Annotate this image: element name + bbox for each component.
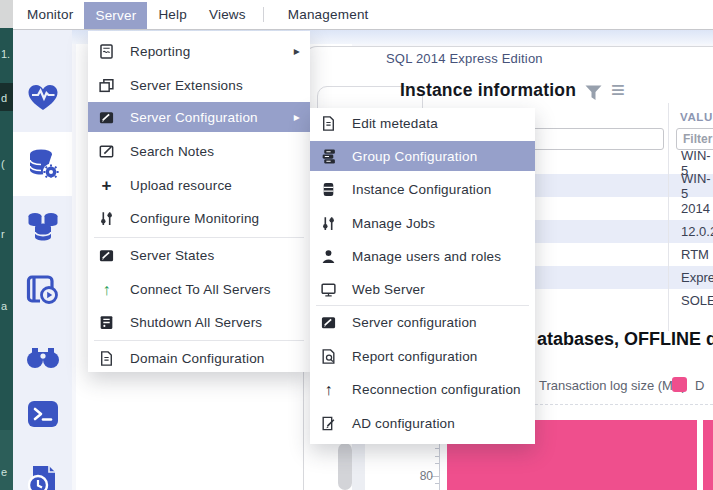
menu-item-ad-configuration[interactable]: AD configuration — [310, 408, 535, 438]
menubar-item-server[interactable]: Server — [84, 2, 147, 29]
doc-edit-icon — [320, 415, 337, 432]
document-clock-icon — [27, 464, 59, 490]
sidebar-item-search[interactable] — [13, 324, 72, 388]
menu-item-server-configuration-sub[interactable]: Server configuration — [310, 307, 535, 337]
menu-item-upload-resource[interactable]: + Upload resource — [88, 170, 310, 200]
database-gear-icon — [25, 146, 61, 182]
arrow-up-green-icon: ↑ — [98, 281, 115, 298]
db-stack-icon — [320, 148, 337, 165]
background-window-fragment — [0, 0, 13, 28]
tune-icon — [98, 210, 115, 227]
sidebar-item-database-jobs[interactable] — [13, 257, 72, 321]
submenu-arrow-icon: ▸ — [294, 110, 300, 124]
menu-item-manage-users-roles[interactable]: Manage users and roles — [310, 241, 535, 271]
menu-separator — [94, 237, 304, 238]
name-filter-input[interactable] — [520, 128, 664, 150]
value-filter-input[interactable] — [676, 128, 713, 150]
submenu-arrow-icon: ▸ — [294, 44, 300, 58]
doc-search-icon — [320, 348, 337, 365]
menu-item-web-server[interactable]: Web Server — [310, 274, 535, 304]
menu-item-server-extensions[interactable]: Server Extensions — [88, 70, 310, 100]
menubar-item-help[interactable]: Help — [147, 7, 198, 22]
menu-item-server-states[interactable]: Server States — [88, 240, 310, 270]
databases-section-title: atabases, OFFLINE da — [537, 329, 713, 350]
heart-pulse-icon — [26, 81, 60, 113]
menubar-item-management[interactable]: Management — [277, 7, 380, 22]
edit-square-icon — [98, 109, 115, 126]
menu-item-reconnection-configuration[interactable]: ↑ Reconnection configuration — [310, 374, 535, 404]
table-header-value: VALUE — [680, 111, 713, 123]
menu-item-reporting[interactable]: Reporting ▸ — [88, 36, 310, 66]
y-axis-tick-label: 80 — [409, 469, 433, 483]
column-divider — [668, 103, 669, 331]
background-desktop-sliver: 1. d ( r a e — [0, 0, 13, 490]
chart-bar — [703, 420, 713, 490]
tree-scrollbar[interactable] — [338, 443, 352, 490]
menu-separator — [94, 340, 304, 341]
report-icon — [98, 43, 115, 60]
server-configuration-submenu: Edit metedata Group Configuration Instan… — [310, 108, 535, 444]
web-icon — [320, 281, 337, 298]
menu-item-manage-jobs[interactable]: Manage Jobs — [310, 208, 535, 238]
note-edit-icon — [98, 143, 115, 160]
menu-item-configure-monitoring[interactable]: Configure Monitoring — [88, 203, 310, 233]
sidebar-item-database-group[interactable] — [13, 195, 72, 259]
icon-sidebar — [13, 29, 72, 490]
server-icon — [98, 314, 115, 331]
database-multi-icon — [25, 210, 61, 244]
sidebar-item-server-configuration[interactable] — [13, 132, 72, 196]
windows-icon — [98, 77, 115, 94]
panel-gap — [352, 443, 365, 490]
menu-item-report-configuration[interactable]: Report configuration — [310, 341, 535, 371]
menu-separator — [316, 305, 529, 306]
legend-transaction-log: Transaction log size (MB) — [539, 378, 686, 393]
legend-second-item: D — [695, 378, 704, 393]
menubar-item-monitor[interactable]: Monitor — [16, 7, 84, 22]
menu-item-shutdown-all-servers[interactable]: Shutdown All Servers — [88, 307, 310, 337]
edit-square-icon — [320, 314, 337, 331]
server-menu: Reporting ▸ Server Extensions Server Con… — [88, 31, 310, 372]
menubar-item-views[interactable]: Views — [198, 7, 257, 22]
menu-item-edit-metedata[interactable]: Edit metedata — [310, 108, 535, 138]
menubar: Monitor Server Help Views Management — [13, 0, 713, 30]
sidebar-item-health[interactable] — [13, 65, 72, 129]
sidebar-item-history[interactable] — [13, 450, 72, 490]
menu-item-domain-configuration[interactable]: Domain Configuration — [88, 343, 310, 373]
background-window-fragment — [0, 430, 13, 490]
edit-square-icon — [98, 247, 115, 264]
arrow-up-icon: ↑ — [320, 381, 337, 398]
edition-label: SQL 2014 Express Edition — [386, 51, 543, 66]
menu-item-group-configuration[interactable]: Group Configuration — [310, 141, 535, 171]
sidebar-item-terminal[interactable] — [13, 382, 72, 446]
document-icon — [320, 115, 337, 132]
menu-item-instance-configuration[interactable]: Instance Configuration — [310, 174, 535, 204]
menu-burger-icon[interactable]: ≡ — [611, 80, 625, 100]
user-icon — [320, 248, 337, 265]
filter-funnel-icon[interactable] — [585, 85, 602, 101]
menu-item-connect-all-servers[interactable]: ↑ Connect To All Servers — [88, 274, 310, 304]
menu-item-server-configuration[interactable]: Server Configuration ▸ — [88, 102, 310, 132]
binoculars-icon — [25, 342, 61, 370]
menubar-separator — [263, 7, 264, 22]
database-play-icon — [26, 272, 60, 306]
terminal-icon — [26, 398, 60, 430]
document-icon — [98, 350, 115, 367]
menu-item-search-notes[interactable]: Search Notes — [88, 136, 310, 166]
database-icon — [320, 181, 337, 198]
plus-icon: + — [98, 177, 115, 194]
app-window: 1. d ( r a e SQL 2014 Express Edition In… — [0, 0, 713, 490]
page-title: Instance information — [400, 80, 576, 101]
tune-icon — [320, 215, 337, 232]
legend-color-swatch — [672, 377, 687, 392]
